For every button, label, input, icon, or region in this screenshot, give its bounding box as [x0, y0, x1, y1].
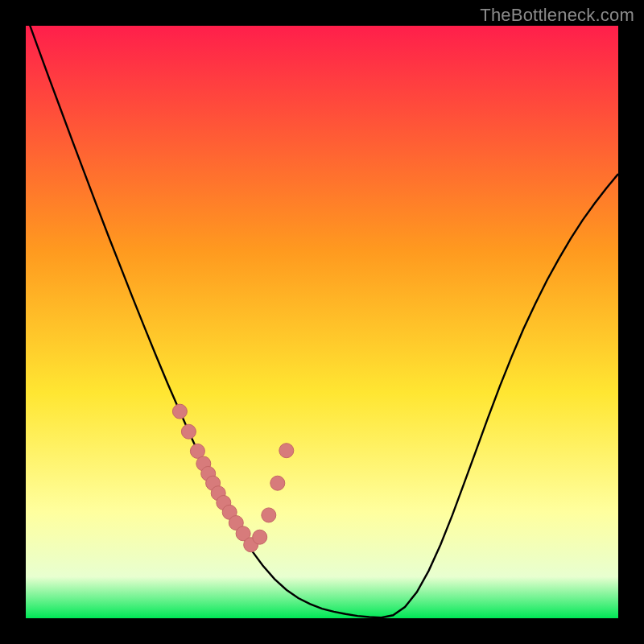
data-marker: [253, 530, 267, 544]
watermark-text: TheBottleneck.com: [480, 5, 634, 26]
gradient-background: [26, 26, 618, 618]
data-marker: [172, 404, 187, 419]
plot-area: [26, 26, 618, 618]
data-marker: [181, 424, 196, 439]
data-marker: [262, 508, 276, 522]
chart-svg: [26, 26, 618, 618]
data-marker: [270, 476, 285, 490]
chart-container: { "watermark": "TheBottleneck.com", "col…: [0, 0, 644, 644]
data-marker: [279, 444, 294, 458]
